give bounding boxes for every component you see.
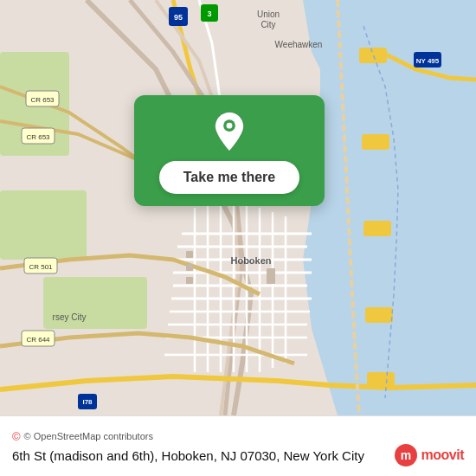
map-container: 95 3 CR 653 CR 653 CR 501 CR 644 I78 Wee… (0, 0, 476, 415)
osm-logo: © (12, 430, 21, 443)
svg-text:CR 653: CR 653 (26, 133, 50, 141)
svg-rect-50 (186, 251, 193, 258)
svg-text:CR 653: CR 653 (30, 96, 55, 104)
svg-text:Union: Union (257, 10, 280, 19)
svg-rect-26 (363, 221, 391, 236)
svg-rect-53 (267, 268, 275, 284)
svg-text:Weehawken: Weehawken (275, 40, 323, 49)
attribution-row: © © OpenStreetMap contributors (12, 430, 464, 443)
moovit-icon: m (394, 443, 418, 467)
take-me-there-button[interactable]: Take me there (159, 161, 299, 194)
svg-rect-28 (367, 372, 395, 388)
svg-text:CR 644: CR 644 (26, 336, 50, 344)
bottom-bar: © © OpenStreetMap contributors 6th St (m… (0, 415, 476, 476)
svg-point-55 (227, 123, 233, 129)
app: 95 3 CR 653 CR 653 CR 501 CR 644 I78 Wee… (0, 0, 476, 476)
svg-rect-24 (359, 48, 387, 63)
svg-text:rsey City: rsey City (53, 312, 87, 322)
attribution-text: © OpenStreetMap contributors (24, 431, 153, 441)
svg-text:Hoboken: Hoboken (230, 255, 271, 266)
svg-text:CR 501: CR 501 (29, 263, 53, 271)
svg-rect-25 (362, 134, 389, 150)
svg-rect-4 (0, 190, 87, 260)
moovit-logo-area: m moovit (394, 443, 464, 467)
location-pin-icon (209, 111, 250, 152)
svg-text:City: City (261, 20, 275, 29)
map-background: 95 3 CR 653 CR 653 CR 501 CR 644 I78 Wee… (0, 0, 476, 415)
moovit-label: moovit (421, 447, 464, 463)
location-card: Take me there (134, 95, 325, 206)
svg-rect-52 (186, 277, 193, 284)
svg-text:95: 95 (174, 13, 183, 22)
svg-text:m: m (400, 448, 410, 462)
svg-text:3: 3 (207, 10, 211, 18)
svg-text:NY 495: NY 495 (416, 57, 440, 65)
svg-rect-27 (365, 307, 393, 323)
svg-rect-51 (186, 264, 193, 271)
svg-text:I78: I78 (82, 398, 93, 406)
